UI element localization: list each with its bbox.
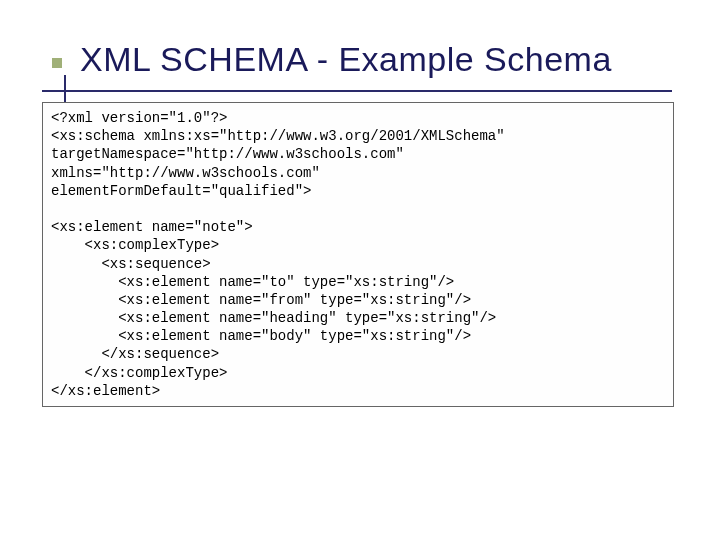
code-line: </xs:element> (51, 383, 160, 399)
code-line: <xs:element name="to" type="xs:string"/> (51, 274, 454, 290)
code-line: <xs:complexType> (51, 237, 219, 253)
code-line: <xs:element name="note"> (51, 219, 253, 235)
code-line: elementFormDefault="qualified"> (51, 183, 311, 199)
code-line: <xs:schema xmlns:xs="http://www.w3.org/2… (51, 128, 505, 144)
code-box: <?xml version="1.0"?> <xs:schema xmlns:x… (42, 102, 674, 407)
code-line: <?xml version="1.0"?> (51, 110, 227, 126)
code-line: <xs:element name="body" type="xs:string"… (51, 328, 471, 344)
code-line: <xs:sequence> (51, 256, 211, 272)
code-line: <xs:element name="heading" type="xs:stri… (51, 310, 496, 326)
slide-container: XML SCHEMA - Example Schema <?xml versio… (0, 0, 720, 540)
code-line: </xs:sequence> (51, 346, 219, 362)
code-line: </xs:complexType> (51, 365, 227, 381)
code-line: targetNamespace="http://www.w3schools.co… (51, 146, 404, 162)
code-line: xmlns="http://www.w3schools.com" (51, 165, 320, 181)
rule-line (42, 90, 672, 92)
code-line: <xs:element name="from" type="xs:string"… (51, 292, 471, 308)
bullet-icon (52, 58, 62, 68)
title-area: XML SCHEMA - Example Schema (80, 40, 690, 79)
code-content: <?xml version="1.0"?> <xs:schema xmlns:x… (51, 109, 665, 407)
slide-title: XML SCHEMA - Example Schema (80, 40, 690, 79)
